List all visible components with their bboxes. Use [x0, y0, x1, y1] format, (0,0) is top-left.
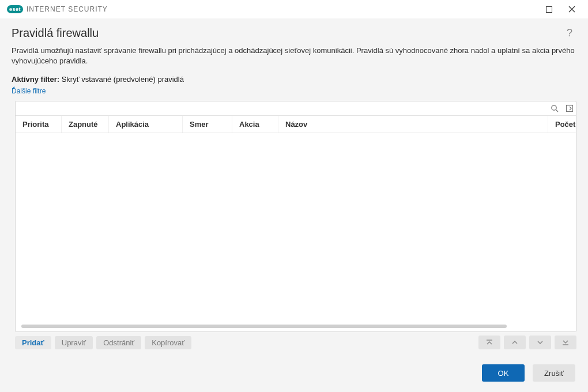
horizontal-scrollbar[interactable]: [21, 325, 507, 328]
content-area: Pravidlá firewallu ? Pravidlá umožňujú n…: [0, 18, 588, 392]
move-up-button[interactable]: [504, 336, 526, 349]
expand-button[interactable]: [562, 101, 576, 115]
col-application[interactable]: Aplikácia: [109, 116, 183, 133]
svg-point-1: [551, 105, 556, 110]
action-bar: Pridať Upraviť Odstrániť Kopírovať: [0, 332, 588, 355]
cancel-button[interactable]: Zrušiť: [533, 364, 575, 382]
window-maximize-button[interactable]: [537, 0, 560, 18]
expand-icon: [566, 104, 574, 112]
active-filter-label: Aktívny filter:: [12, 75, 59, 84]
brand-badge: eset: [7, 5, 23, 13]
svg-rect-0: [546, 6, 552, 12]
col-name[interactable]: Názov: [278, 116, 548, 133]
delete-button[interactable]: Odstrániť: [96, 336, 141, 349]
help-button[interactable]: ?: [563, 27, 576, 39]
col-priority[interactable]: Priorita: [16, 116, 62, 133]
col-direction[interactable]: Smer: [183, 116, 232, 133]
table-header: Priorita Zapnuté Aplikácia Smer Akcia Ná…: [16, 116, 576, 133]
move-down-button[interactable]: [529, 336, 551, 349]
active-filter-value: Skryť vstavané (predvolené) pravidlá: [62, 75, 184, 84]
col-enabled[interactable]: Zapnuté: [62, 116, 109, 133]
close-icon: [568, 6, 575, 13]
chevron-bottom-icon: [561, 339, 570, 346]
more-filters-link[interactable]: Ďalšie filtre: [0, 84, 588, 101]
window-close-button[interactable]: [560, 0, 583, 18]
title-bar: eset INTERNET SECURITY: [0, 0, 588, 18]
copy-button[interactable]: Kopírovať: [145, 336, 191, 349]
help-icon: ?: [567, 27, 572, 39]
chevron-top-icon: [485, 339, 493, 346]
search-icon: [551, 104, 559, 112]
move-top-button[interactable]: [478, 336, 500, 349]
col-count[interactable]: Počet u: [548, 116, 576, 133]
col-action[interactable]: Akcia: [232, 116, 278, 133]
maximize-icon: [546, 6, 552, 13]
dialog-footer: OK Zrušiť: [0, 355, 588, 392]
chevron-up-icon: [511, 340, 519, 345]
table-body[interactable]: [16, 133, 576, 331]
svg-rect-2: [566, 105, 572, 112]
table-toolbar: [16, 101, 576, 116]
active-filter: Aktívny filter: Skryť vstavané (predvole…: [0, 73, 588, 84]
rules-table: Priorita Zapnuté Aplikácia Smer Akcia Ná…: [15, 101, 576, 332]
ok-button[interactable]: OK: [482, 364, 525, 382]
edit-button[interactable]: Upraviť: [55, 336, 93, 349]
move-buttons: [478, 336, 576, 349]
add-button[interactable]: Pridať: [15, 336, 51, 349]
page-title: Pravidlá firewallu: [12, 27, 563, 40]
page-description: Pravidlá umožňujú nastaviť správanie fir…: [0, 43, 588, 73]
move-bottom-button[interactable]: [555, 336, 576, 349]
chevron-down-icon: [536, 340, 544, 345]
brand-product: INTERNET SECURITY: [27, 5, 108, 13]
search-button[interactable]: [547, 101, 561, 115]
